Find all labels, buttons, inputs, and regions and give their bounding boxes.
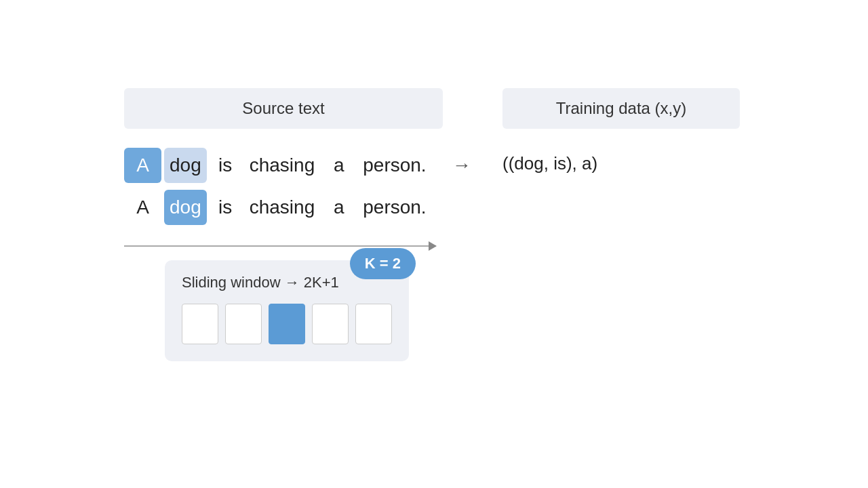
window-cell-3 <box>312 304 349 344</box>
sentence-row-1: A dog is chasing a person. → ((dog, is),… <box>124 148 734 183</box>
window-cells <box>182 304 392 344</box>
word-A-row2: A <box>124 190 161 225</box>
word-A-row1: A <box>124 148 161 183</box>
window-cell-0 <box>182 304 218 344</box>
word-person-row2: person. <box>357 190 431 225</box>
window-cell-4 <box>355 304 392 344</box>
arrow-row1: → <box>452 155 471 176</box>
word-chasing-row1: chasing <box>244 148 321 183</box>
word-person-row1: person. <box>357 148 431 183</box>
word-dog-row2: dog <box>164 190 207 225</box>
word-a-row2: a <box>320 190 357 225</box>
sentence-row-2: A dog is chasing a person. <box>124 190 734 225</box>
main-container: Source text Training data (x,y) A dog is… <box>124 88 734 361</box>
training-result-row1: ((dog, is), a) <box>502 153 597 174</box>
word-is-row1: is <box>207 148 244 183</box>
sliding-window-section: Sliding window → 2K+1 K = 2 <box>124 245 734 361</box>
word-chasing-row2: chasing <box>244 190 321 225</box>
header-row: Source text Training data (x,y) <box>124 88 734 129</box>
training-header: Training data (x,y) <box>502 88 740 129</box>
k-badge: K = 2 <box>350 248 416 279</box>
window-cell-2 <box>269 304 305 344</box>
word-is-row2: is <box>207 190 244 225</box>
arrow-line <box>124 245 436 247</box>
sliding-window-box: Sliding window → 2K+1 K = 2 <box>165 260 409 361</box>
window-cell-1 <box>225 304 262 344</box>
word-dog-row1: dog <box>164 148 207 183</box>
word-a-row1: a <box>320 148 357 183</box>
source-header: Source text <box>124 88 443 129</box>
